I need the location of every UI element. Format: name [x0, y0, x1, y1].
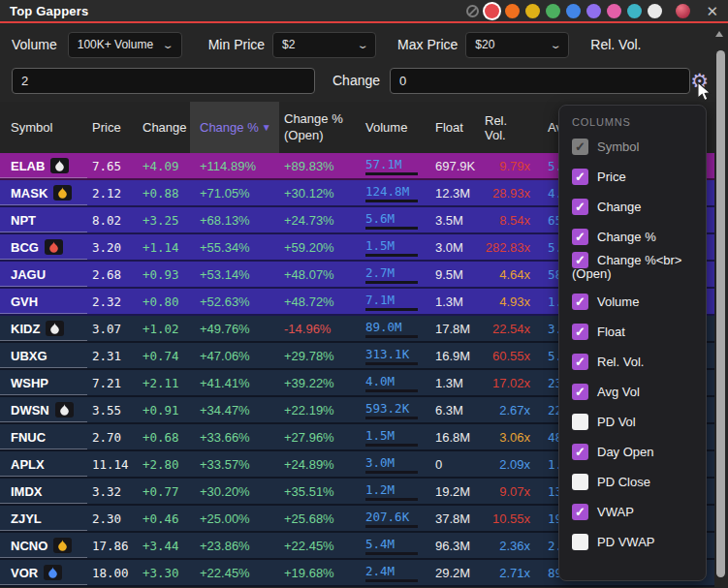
volume-bar	[365, 498, 418, 501]
palette-dot-purple-icon[interactable]	[586, 4, 601, 18]
min-price-select[interactable]: $2 ⌄	[272, 32, 376, 58]
column-toggle-float[interactable]: ✓Float	[572, 317, 698, 347]
symbol-cell[interactable]: BCG	[0, 234, 87, 260]
volume-bar	[365, 200, 418, 202]
column-header-rel-vol[interactable]: Rel. Vol.	[485, 102, 539, 153]
max-price-select[interactable]: $20 ⌄	[465, 32, 569, 58]
column-toggle-avg-vol[interactable]: ✓Avg Vol	[572, 377, 698, 407]
symbol-cell[interactable]: JAGU	[0, 262, 87, 287]
symbol-cell[interactable]: UBXG	[0, 343, 87, 368]
symbol-cell[interactable]: ELAB	[0, 153, 87, 178]
volume-link[interactable]: 2.4M	[365, 564, 418, 582]
change-filter-input[interactable]	[390, 68, 690, 94]
palette-dot-red-sphere-icon[interactable]	[676, 4, 690, 18]
column-header-change-pct-open[interactable]: Change % (Open)	[279, 102, 361, 153]
column-toggle-pd-vwap[interactable]: PD VWAP	[572, 527, 698, 557]
checkbox-checked-icon[interactable]: ✓	[572, 444, 588, 460]
change-pct-open-cell: +35.51%	[279, 479, 361, 504]
column-header-change[interactable]: Change	[138, 102, 190, 153]
change-filter-label: Change	[332, 73, 380, 88]
symbol-cell[interactable]: WSHP	[0, 370, 87, 395]
close-icon[interactable]: ✕	[706, 4, 718, 18]
palette-dot-orange-icon[interactable]	[505, 4, 520, 18]
column-toggle-label-line2: (Open)	[572, 266, 698, 281]
volume-link[interactable]: 1.5M	[365, 428, 418, 447]
rel-vol-filter-input[interactable]	[12, 68, 315, 94]
change-cell: +3.44	[138, 533, 190, 558]
symbol-cell[interactable]: MASK	[0, 180, 87, 205]
volume-link[interactable]: 4.0M	[365, 374, 418, 392]
float-cell: 3.5M	[428, 207, 485, 232]
column-toggle-symbol[interactable]: ✓Symbol	[572, 132, 698, 162]
checkbox-checked-icon[interactable]: ✓	[572, 324, 588, 340]
checkbox-checked-icon[interactable]: ✓	[572, 354, 588, 370]
volume-link[interactable]: 5.4M	[365, 537, 418, 555]
palette-dot-cyan-icon[interactable]	[627, 4, 642, 18]
symbol-cell[interactable]: GVH	[0, 289, 87, 314]
palette-dot-no-color-icon[interactable]	[466, 5, 479, 17]
column-toggle-change[interactable]: ✓Change %	[572, 222, 698, 252]
volume-link[interactable]: 57.1M	[365, 157, 418, 175]
vertical-scrollbar[interactable]	[712, 23, 728, 588]
volume-link[interactable]: 1.5M	[365, 238, 418, 257]
column-toggle-pd-vol[interactable]: PD Vol	[572, 407, 698, 437]
volume-filter-select[interactable]: 100K+ Volume ⌄	[68, 32, 182, 58]
symbol-cell[interactable]: DWSN	[0, 397, 87, 422]
column-header-price[interactable]: Price	[87, 102, 138, 153]
volume-link[interactable]: 5.6M	[365, 211, 418, 230]
checkbox-checked-icon[interactable]: ✓	[572, 139, 588, 155]
change-cell: +0.93	[138, 262, 190, 287]
volume-link[interactable]: 2.7M	[365, 265, 418, 284]
checkbox-unchecked-icon[interactable]	[572, 534, 588, 550]
volume-link[interactable]: 7.1M	[365, 293, 418, 311]
volume-link[interactable]: 89.0M	[365, 320, 418, 338]
volume-link[interactable]: 593.2K	[365, 401, 418, 419]
palette-dot-green-icon[interactable]	[546, 4, 560, 18]
column-header-volume[interactable]: Volume	[361, 102, 428, 153]
checkbox-unchecked-icon[interactable]	[572, 414, 588, 430]
column-toggle-volume[interactable]: ✓Volume	[572, 287, 698, 317]
palette-dot-red-icon[interactable]	[485, 4, 499, 18]
symbol-cell[interactable]: VOR	[0, 560, 87, 585]
checkbox-checked-icon[interactable]: ✓	[572, 199, 588, 215]
symbol-cell[interactable]: NPT	[0, 207, 87, 232]
change-pct-open-cell: +19.68%	[279, 560, 361, 585]
palette-dot-pink-icon[interactable]	[607, 4, 621, 18]
volume-link[interactable]: 124.8M	[365, 184, 418, 202]
symbol-cell[interactable]: NCNO	[0, 533, 87, 558]
checkbox-checked-icon[interactable]: ✓	[572, 504, 588, 520]
column-toggle-change-br[interactable]: ✓Change %<br>(Open)	[572, 252, 698, 287]
column-toggle-change[interactable]: ✓Change	[572, 192, 698, 222]
volume-link[interactable]: 3.0M	[365, 455, 418, 474]
symbol-cell[interactable]: ZJYL	[0, 506, 87, 531]
checkbox-checked-icon[interactable]: ✓	[572, 294, 588, 310]
palette-dot-white-icon[interactable]	[648, 4, 662, 18]
symbol-cell[interactable]: APLX	[0, 451, 87, 477]
column-toggle-vwap[interactable]: ✓VWAP	[572, 497, 698, 527]
column-toggle-pd-close[interactable]: PD Close	[572, 467, 698, 497]
scroll-up-icon[interactable]	[715, 31, 723, 37]
symbol-cell[interactable]: KIDZ	[0, 316, 87, 341]
volume-link[interactable]: 1.2M	[365, 482, 418, 501]
column-toggle-day-open[interactable]: ✓Day Open	[572, 437, 698, 467]
column-header-float[interactable]: Float	[428, 102, 485, 153]
checkbox-checked-icon[interactable]: ✓	[572, 229, 588, 245]
volume-link[interactable]: 207.6K	[365, 510, 418, 528]
checkbox-checked-icon[interactable]: ✓	[572, 384, 588, 400]
column-header-change-pct[interactable]: Change % ▼	[190, 102, 279, 153]
volume-bar	[365, 172, 418, 175]
column-toggle-rel-vol[interactable]: ✓Rel. Vol.	[572, 347, 698, 377]
symbol-cell[interactable]: FNUC	[0, 424, 87, 449]
column-toggle-price[interactable]: ✓Price	[572, 162, 698, 192]
price-cell: 7.65	[87, 153, 138, 178]
column-header-symbol[interactable]: Symbol	[0, 102, 87, 153]
palette-dot-blue-icon[interactable]	[566, 4, 581, 18]
symbol-cell[interactable]: IMDX	[0, 479, 87, 504]
column-toggle-label: PD Vol	[597, 415, 636, 429]
palette-dot-yellow-icon[interactable]	[525, 4, 540, 18]
scrollbar-thumb[interactable]	[716, 50, 725, 577]
checkbox-checked-icon[interactable]: ✓	[572, 169, 588, 185]
checkbox-unchecked-icon[interactable]	[572, 474, 588, 490]
volume-link[interactable]: 313.1K	[365, 347, 418, 365]
change-cell: +0.91	[138, 397, 190, 422]
